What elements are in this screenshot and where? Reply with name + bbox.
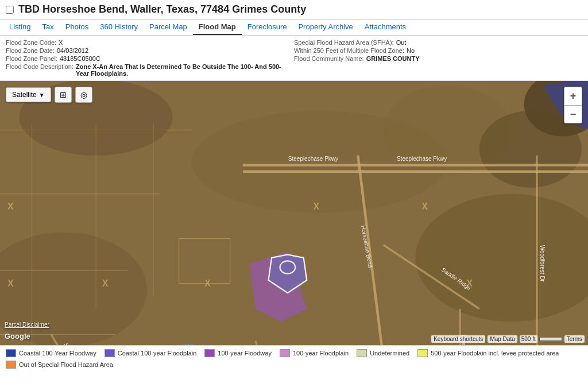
info-right: Special Flood Hazard Area (SFHA): Out Wi… <box>294 39 582 77</box>
location-icon: ◎ <box>80 90 87 99</box>
nav-tax[interactable]: Tax <box>37 20 60 35</box>
legend-undetermined: Undetermined <box>357 349 409 357</box>
legend-100yr-floodplain: 100-year Floodplain <box>280 349 349 357</box>
location-button[interactable]: ◎ <box>75 87 92 103</box>
svg-text:Woodforest Dr: Woodforest Dr <box>539 245 546 282</box>
nav-propertyarchive[interactable]: Property Archive <box>292 20 358 35</box>
map-data-label: Map Data <box>488 335 517 343</box>
flood-zone-code-row: Flood Zone Code: X <box>6 39 294 46</box>
flood-code-desc-value: Zone X-An Area That Is Determined To Be … <box>76 63 294 77</box>
sfha-value: Out <box>396 39 407 46</box>
coastal-floodplain-label: Coastal 100-year Floodplain <box>118 350 197 357</box>
flood-zone-panel-label: Flood Zone Panel: <box>6 55 57 62</box>
flood-code-desc-label: Flood Code Description: <box>6 63 74 77</box>
parcel-disclaimer[interactable]: Parcel Disclaimer <box>5 322 49 328</box>
nav-floodmap[interactable]: Flood Map <box>193 20 242 35</box>
100yr-floodway-swatch <box>204 349 215 357</box>
nav-bar: Listing Tax Photos 360 History Parcel Ma… <box>0 20 588 36</box>
info-left: Flood Zone Code: X Flood Zone Date: 04/0… <box>6 39 294 77</box>
100yr-floodplain-swatch <box>280 349 290 357</box>
community-name-label: Flood Community Name: <box>294 55 364 62</box>
info-panel: Flood Zone Code: X Flood Zone Date: 04/0… <box>0 36 588 81</box>
undetermined-label: Undetermined <box>370 350 409 357</box>
out-sfha-swatch <box>6 361 16 369</box>
title-checkbox[interactable] <box>6 6 14 14</box>
flood-zone-code-label: Flood Zone Code: <box>6 39 56 46</box>
svg-text:X: X <box>7 278 14 288</box>
500yr-swatch <box>417 349 428 357</box>
scale-bar: 500 ft <box>520 335 562 343</box>
layers-button[interactable]: ⊞ <box>55 87 72 103</box>
zoom-controls: + − <box>564 87 582 123</box>
svg-text:Steeplechase Pkwy: Steeplechase Pkwy <box>288 156 338 162</box>
nav-360history[interactable]: 360 History <box>94 20 144 35</box>
keyboard-shortcuts-button[interactable]: Keyboard shortcuts <box>431 335 485 343</box>
title-row: TBD Horseshoe Bend, Waller, Texas, 77484… <box>6 3 582 16</box>
terms-button[interactable]: Terms <box>564 335 585 343</box>
within250-label: Within 250 Feet of Multiple Flood Zone: <box>294 47 404 54</box>
scale-line <box>539 338 562 341</box>
svg-text:X: X <box>313 202 319 211</box>
zoom-in-button[interactable]: + <box>564 87 582 105</box>
flood-zone-date-value: 04/03/2012 <box>57 47 88 54</box>
coastal-floodway-label: Coastal 100-Year Floodway <box>19 350 96 357</box>
nav-foreclosure[interactable]: Foreclosure <box>242 20 293 35</box>
legend-coastal-floodplain: Coastal 100-year Floodplain <box>105 349 197 357</box>
nav-parcelmap[interactable]: Parcel Map <box>144 20 193 35</box>
within250-value: No <box>407 47 415 54</box>
legend: Coastal 100-Year Floodway Coastal 100-ye… <box>0 345 588 372</box>
sfha-label: Special Flood Hazard Area (SFHA): <box>294 39 394 46</box>
page-title: TBD Horseshoe Bend, Waller, Texas, 77484… <box>18 3 306 16</box>
dropdown-arrow-icon: ▼ <box>39 92 45 98</box>
100yr-floodplain-label: 100-year Floodplain <box>293 350 349 357</box>
svg-text:X: X <box>7 202 14 211</box>
svg-text:X: X <box>422 202 428 211</box>
coastal-floodway-swatch <box>6 349 16 357</box>
coastal-floodplain-swatch <box>105 349 115 357</box>
undetermined-swatch <box>357 349 367 357</box>
legend-out-sfha: Out of Special Flood Hazard Area <box>6 361 113 369</box>
flood-zone-panel-value: 48185C0500C <box>60 55 100 62</box>
flood-zone-date-row: Flood Zone Date: 04/03/2012 <box>6 47 294 54</box>
100yr-floodway-label: 100-year Floodway <box>218 350 272 357</box>
nav-listing[interactable]: Listing <box>3 20 37 35</box>
header: TBD Horseshoe Bend, Waller, Texas, 77484… <box>0 0 588 20</box>
sfha-row: Special Flood Hazard Area (SFHA): Out <box>294 39 582 46</box>
legend-500yr-floodplain: 500-year Floodplain incl. levee protecte… <box>417 349 559 357</box>
flood-zone-panel-row: Flood Zone Panel: 48185C0500C <box>6 55 294 62</box>
flood-zone-code-value: X <box>59 39 63 46</box>
google-logo: Google <box>5 332 30 340</box>
satellite-button[interactable]: Satellite ▼ <box>6 87 51 102</box>
within250-row: Within 250 Feet of Multiple Flood Zone: … <box>294 47 582 54</box>
map-controls: Satellite ▼ ⊞ ◎ <box>6 87 92 103</box>
flood-zone-date-label: Flood Zone Date: <box>6 47 55 54</box>
out-sfha-label: Out of Special Flood Hazard Area <box>19 361 113 368</box>
500yr-label: 500-year Floodplain incl. levee protecte… <box>431 350 559 357</box>
nav-photos[interactable]: Photos <box>60 20 94 35</box>
layers-icon: ⊞ <box>60 90 67 99</box>
community-name-row: Flood Community Name: GRIMES COUNTY <box>294 55 582 62</box>
map-container[interactable]: X X X X X X X X X X X Steeplechase Pkwy … <box>0 81 588 345</box>
legend-coastal-floodway: Coastal 100-Year Floodway <box>6 349 96 357</box>
flood-code-desc-row: Flood Code Description: Zone X-An Area T… <box>6 63 294 77</box>
map-background: X X X X X X X X X X X Steeplechase Pkwy … <box>0 81 588 345</box>
scale-label: 500 ft <box>520 335 537 343</box>
svg-text:X: X <box>102 278 109 288</box>
satellite-label: Satellite <box>12 91 37 99</box>
zoom-out-button[interactable]: − <box>564 105 582 123</box>
svg-text:X: X <box>204 278 211 288</box>
nav-attachments[interactable]: Attachments <box>359 20 412 35</box>
svg-text:Steeplechase Pkwy: Steeplechase Pkwy <box>397 156 447 162</box>
community-name-value: GRIMES COUNTY <box>366 55 420 62</box>
map-footer: Keyboard shortcuts Map Data 500 ft Terms <box>431 335 585 343</box>
legend-100yr-floodway: 100-year Floodway <box>204 349 272 357</box>
